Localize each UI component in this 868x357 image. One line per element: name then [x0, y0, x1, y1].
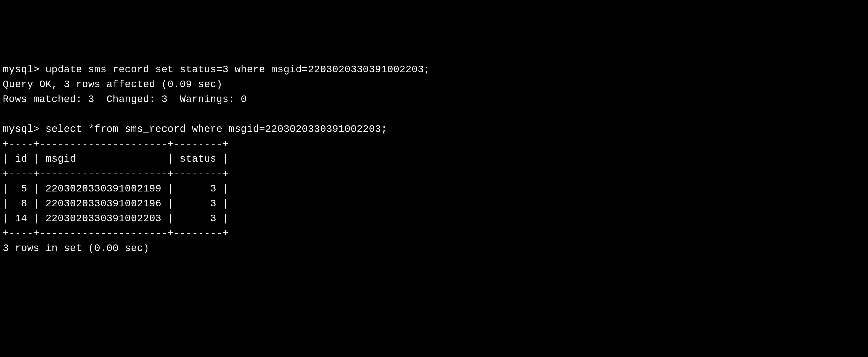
table-border-mid: +----+---------------------+--------+ [3, 167, 865, 182]
command-line-2: mysql> select *from sms_record where msg… [3, 122, 865, 137]
table-header-row: | id | msgid | status | [3, 152, 865, 167]
table-row: | 14 | 2203020330391002203 | 3 | [3, 211, 865, 226]
prompt: mysql> [3, 124, 39, 135]
query-result-line: Query OK, 3 rows affected (0.09 sec) [3, 77, 865, 92]
table-border-bottom: +----+---------------------+--------+ [3, 226, 865, 241]
table-row: | 5 | 2203020330391002199 | 3 | [3, 182, 865, 196]
blank-line [3, 107, 865, 122]
prompt: mysql> [3, 64, 39, 75]
table-row: | 8 | 2203020330391002196 | 3 | [3, 196, 865, 211]
table-border-top: +----+---------------------+--------+ [3, 137, 865, 152]
query-result-line: 3 rows in set (0.00 sec) [3, 241, 865, 256]
query-stats-line: Rows matched: 3 Changed: 3 Warnings: 0 [3, 92, 865, 107]
sql-command: select *from sms_record where msgid=2203… [45, 124, 388, 135]
sql-command: update sms_record set status=3 where msg… [45, 64, 430, 75]
command-line-1: mysql> update sms_record set status=3 wh… [3, 62, 865, 77]
terminal-output[interactable]: mysql> update sms_record set status=3 wh… [3, 62, 865, 256]
